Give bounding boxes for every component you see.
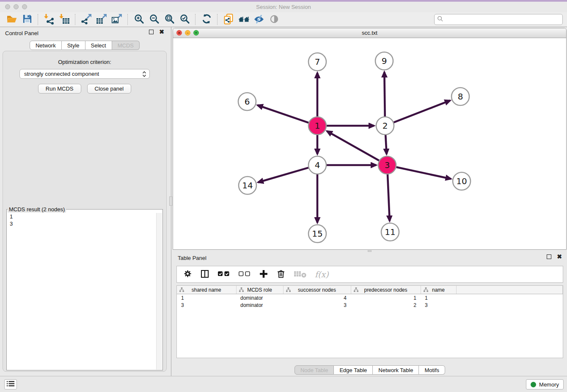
graph-edge-2-3[interactable]	[385, 135, 386, 154]
table-row[interactable]: 1dominator411	[177, 294, 563, 302]
graph-edge-3-10[interactable]	[396, 167, 451, 179]
cell-shared-name[interactable]: 3	[177, 301, 236, 309]
tab-network-table[interactable]: Network Table	[373, 365, 419, 375]
graph-node-15[interactable]: 15	[308, 225, 326, 243]
cell-successor-nodes[interactable]: 4	[283, 294, 351, 302]
panel-splitter-vertical[interactable]	[169, 27, 173, 376]
tab-style[interactable]: Style	[62, 41, 85, 50]
table-settings-button[interactable]	[183, 269, 192, 279]
mcds-result-textarea[interactable]: 1 3	[7, 213, 162, 370]
zoom-in-button[interactable]	[131, 13, 146, 26]
search-input[interactable]	[445, 16, 560, 23]
export-image-icon	[111, 14, 122, 26]
criterion-dropdown[interactable]: strongly connected component	[19, 69, 150, 79]
graph-node-10[interactable]: 10	[453, 172, 471, 190]
cell-name[interactable]: 1	[421, 294, 456, 302]
cell-successor-nodes[interactable]: 3	[283, 301, 351, 309]
first-neighbors-button[interactable]	[236, 13, 251, 26]
network-window-titlebar[interactable]: ✕ − + scc.txt	[173, 28, 566, 38]
graph-edge-2-9[interactable]	[384, 72, 385, 116]
hide-selected-button[interactable]	[251, 13, 267, 26]
import-network-button[interactable]	[41, 13, 57, 26]
fit-content-button[interactable]	[162, 13, 177, 26]
network-canvas[interactable]: 1234678910111415	[173, 38, 566, 249]
graph-edge-2-8[interactable]	[394, 100, 450, 122]
close-panel-button[interactable]: Close panel	[87, 84, 132, 94]
tab-mcds[interactable]: MCDS	[112, 41, 140, 50]
zoom-in-icon	[134, 14, 144, 25]
column-header-name[interactable]: name	[421, 286, 456, 294]
table-panel-header: Table Panel ✖	[173, 252, 567, 264]
export-image-button[interactable]	[109, 13, 124, 26]
graph-node-14[interactable]: 14	[239, 177, 256, 194]
graph-node-1[interactable]: 1	[308, 117, 326, 135]
open-session-button[interactable]	[4, 13, 19, 26]
status-bar: Memory	[0, 376, 567, 392]
delete-column-button[interactable]	[276, 269, 286, 280]
table-panel: Table Panel ✖ f(x) shared nameMCDS roles…	[173, 252, 567, 376]
new-network-from-selection-button[interactable]	[221, 13, 236, 26]
column-header-shared-name[interactable]: shared name	[177, 286, 236, 294]
cell-predecessor-nodes[interactable]: 1	[351, 294, 421, 302]
tab-edge-table[interactable]: Edge Table	[334, 365, 373, 375]
cell-predecessor-nodes[interactable]: 2	[351, 301, 421, 309]
svg-text:9: 9	[382, 56, 387, 66]
delete-table-button[interactable]	[294, 270, 307, 279]
cell-name[interactable]: 3	[421, 301, 456, 309]
run-mcds-button[interactable]: Run MCDS	[38, 84, 81, 94]
import-table-icon	[59, 14, 70, 26]
graph-node-4[interactable]: 4	[308, 156, 326, 174]
splitter-grip[interactable]	[368, 250, 372, 252]
graph-node-11[interactable]: 11	[381, 223, 399, 241]
splitter-grip[interactable]	[169, 196, 172, 206]
float-panel-icon[interactable]	[547, 254, 551, 259]
export-network-button[interactable]	[79, 13, 94, 26]
cell-MCDS-role[interactable]: dominator	[236, 294, 283, 302]
column-header-MCDS-role[interactable]: MCDS role	[236, 286, 283, 294]
table-toolbar: f(x)	[176, 266, 563, 283]
function-builder-button[interactable]: f(x)	[315, 270, 329, 279]
column-header-successor-nodes[interactable]: successor nodes	[283, 286, 351, 294]
graph-node-9[interactable]: 9	[375, 52, 393, 70]
table-row[interactable]: 3dominator323	[177, 301, 563, 309]
memory-button[interactable]: Memory	[526, 379, 564, 389]
node-table: shared nameMCDS rolesuccessor nodesprede…	[176, 285, 563, 358]
svg-text:7: 7	[315, 57, 320, 67]
deselect-all-columns-button[interactable]	[238, 270, 251, 279]
result-scrollbar[interactable]	[156, 213, 162, 370]
close-panel-icon[interactable]: ✖	[159, 30, 164, 34]
graph-edge-4-14[interactable]	[258, 168, 308, 182]
tab-node-table[interactable]: Node Table	[295, 365, 334, 375]
graph-node-8[interactable]: 8	[451, 88, 469, 105]
show-all-button[interactable]	[267, 13, 282, 26]
graph-edge-3-1[interactable]	[327, 131, 379, 160]
save-session-button[interactable]	[19, 13, 35, 26]
tab-select[interactable]: Select	[85, 41, 112, 50]
cell-shared-name[interactable]: 1	[177, 294, 236, 302]
export-table-button[interactable]	[94, 13, 109, 26]
apply-layout-button[interactable]	[199, 13, 214, 26]
tab-motifs[interactable]: Motifs	[419, 365, 445, 375]
zoom-out-button[interactable]	[146, 13, 162, 26]
import-table-button[interactable]	[57, 13, 72, 26]
graph-node-3[interactable]: 3	[378, 156, 396, 174]
graph-edge-1-6[interactable]	[258, 105, 309, 122]
column-header-predecessor-nodes[interactable]: predecessor nodes	[351, 286, 421, 294]
task-history-button[interactable]	[4, 379, 17, 389]
zoom-selected-button[interactable]	[177, 13, 192, 26]
search-field[interactable]	[434, 14, 563, 25]
select-all-columns-button[interactable]	[217, 270, 230, 279]
graph-node-2[interactable]: 2	[376, 117, 394, 135]
graph-node-7[interactable]: 7	[308, 53, 326, 71]
graph-node-6[interactable]: 6	[238, 93, 256, 110]
float-panel-icon[interactable]	[149, 30, 154, 34]
create-column-button[interactable]	[259, 269, 268, 280]
close-panel-icon[interactable]: ✖	[557, 254, 562, 259]
table-panel-tabs: Node TableEdge TableNetwork TableMotifs	[173, 365, 567, 375]
tab-network[interactable]: Network	[30, 41, 62, 50]
show-column-panel-button[interactable]	[200, 269, 209, 280]
mcds-result-title: MCDS result (2 nodes)	[8, 206, 66, 213]
graph-edge-3-11[interactable]	[388, 174, 390, 221]
cell-MCDS-role[interactable]: dominator	[236, 301, 283, 309]
clone-network-icon	[223, 14, 234, 26]
